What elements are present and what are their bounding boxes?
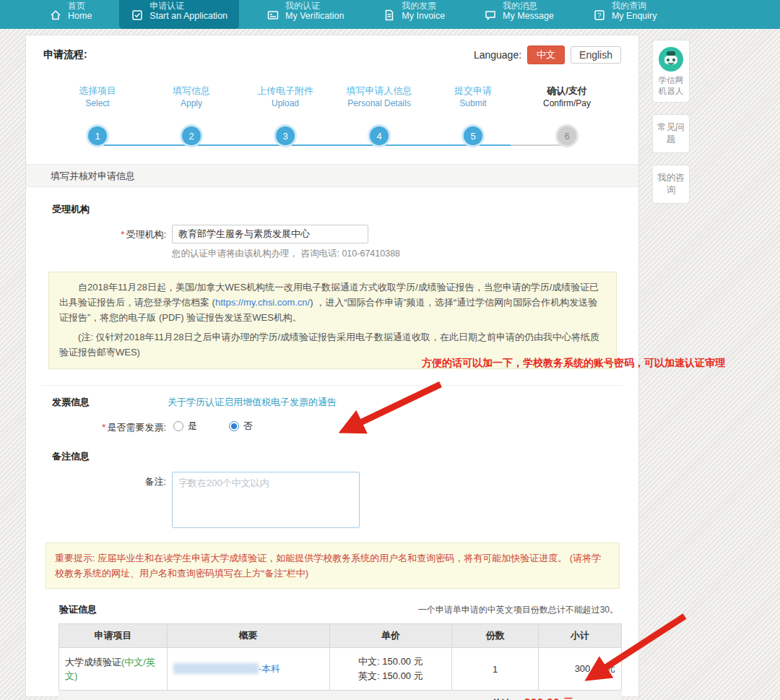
step-label-en: Select xyxy=(85,98,109,109)
nav-item-start-application[interactable]: 申请认证Start an Application xyxy=(119,0,239,29)
language-switcher: Language: 中文 English xyxy=(474,46,621,64)
verify-limit-note: 一个申请单申请的中英文项目份数总计不能超过30。 xyxy=(418,604,618,616)
step-label-en: Personal Details xyxy=(347,98,410,109)
nav-label-en: Start an Application xyxy=(150,11,228,22)
cell-summary: -本科 xyxy=(167,648,329,691)
language-english-button[interactable]: English xyxy=(571,46,621,64)
step-label-zh: 上传电子附件 xyxy=(257,85,313,98)
nav-item-my-verification[interactable]: 我的认证My Verification xyxy=(255,0,355,29)
important-notice: 重要提示: 应届毕业生和在读学生申请大学成绩验证，如能提供学校教务系统的用户名和… xyxy=(46,543,620,589)
top-navigation: 首页Home 申请认证Start an Application 我的认证My V… xyxy=(0,0,780,29)
verify-section-title: 验证信息 xyxy=(59,603,97,616)
remark-textarea[interactable] xyxy=(172,472,360,528)
remark-section-title: 备注信息 xyxy=(52,450,623,463)
flow-title: 申请流程: xyxy=(43,48,87,61)
invoice-option-yes[interactable]: 是 xyxy=(173,420,197,433)
wes-notice-box: 自2018年11月28日起，美国/加拿大WES机构统一改用电子数据通道方式收取学… xyxy=(48,272,617,369)
nav-item-my-message[interactable]: 我的消息My Message xyxy=(472,0,566,29)
step-label-en: Apply xyxy=(181,98,202,109)
step-circle: 1 xyxy=(88,126,107,145)
step-select: 选择项目 Select 1 xyxy=(51,76,144,145)
agency-field-label: *受理机构: xyxy=(42,225,166,241)
step-apply: 填写信息 Apply 2 xyxy=(144,76,238,145)
invoice-option-no[interactable]: 否 xyxy=(229,420,253,433)
robot-label: 学信网机器人 xyxy=(659,76,684,95)
step-label-zh: 确认/支付 xyxy=(547,85,587,98)
nav-item-my-enquiry[interactable]: ? 我的查询My Enquiry xyxy=(581,0,669,29)
enquiry-icon: ? xyxy=(593,9,606,22)
total-label: 总计: xyxy=(492,697,514,700)
nav-label-en: My Invoice xyxy=(402,11,445,22)
redacted-school-name xyxy=(173,663,259,674)
step-label-zh: 填写信息 xyxy=(173,85,210,98)
total-value: 300.00 元 xyxy=(524,696,574,700)
nav-label-zh: 我的消息 xyxy=(503,1,554,11)
nav-label-zh: 我的发票 xyxy=(402,1,445,11)
agency-note: 您的认证申请将由该机构办理， 咨询电话: 010-67410388 xyxy=(172,248,623,260)
invoice-section-title: 发票信息 xyxy=(52,396,168,409)
invoice-question-label: *是否需要发票: xyxy=(42,418,166,434)
step-label-zh: 选择项目 xyxy=(79,85,116,98)
section-header: 填写并核对申请信息 xyxy=(26,164,638,187)
chsi-archive-link[interactable]: https://my.chsi.com.cn/ xyxy=(215,297,310,308)
cell-item: 大学成绩验证(中文/英文) xyxy=(59,648,168,691)
agency-input[interactable] xyxy=(172,225,368,243)
nav-label-en: My Enquiry xyxy=(612,11,657,22)
language-chinese-button[interactable]: 中文 xyxy=(527,46,565,64)
wes-notice-paragraph-2: (注: 仅针对2018年11月28日之后申请办理的学历/成绩验证报告采用电子数据… xyxy=(59,329,606,360)
robot-avatar xyxy=(658,46,684,72)
nav-label-en: My Message xyxy=(503,11,554,22)
language-label: Language: xyxy=(474,49,521,61)
col-header-price: 单价 xyxy=(329,624,452,648)
nav-label-zh: 我的查询 xyxy=(612,1,657,11)
invoice-icon xyxy=(383,9,396,22)
chsi-robot-button[interactable]: 学信网机器人 xyxy=(652,40,690,103)
floating-sidebar: 学信网机器人 常见问题 我的咨询 xyxy=(652,40,690,215)
radio-unselected-icon[interactable] xyxy=(173,421,183,431)
step-label-en: Confirm/Pay xyxy=(543,98,591,109)
message-icon xyxy=(484,9,497,22)
nav-label-zh: 我的认证 xyxy=(285,1,344,11)
radio-selected-icon[interactable] xyxy=(229,421,239,431)
cell-quantity: 1 xyxy=(452,648,539,691)
my-consult-button[interactable]: 我的咨询 xyxy=(652,165,690,204)
summary-link[interactable]: -本科 xyxy=(259,663,280,674)
step-label-en: Submit xyxy=(459,98,486,109)
nav-label-zh: 申请认证 xyxy=(150,1,228,11)
agency-section-title: 受理机构 xyxy=(52,203,623,216)
step-label-en: Upload xyxy=(272,98,299,109)
invoice-notice-link[interactable]: 关于学历认证启用增值税电子发票的通告 xyxy=(168,396,337,409)
svg-text:?: ? xyxy=(597,11,601,19)
step-circle: 4 xyxy=(370,126,389,145)
step-submit: 提交申请 Submit 5 xyxy=(426,76,520,145)
total-row: 总计: 300.00 元 xyxy=(58,691,622,700)
application-stepper: 选择项目 Select 1 填写信息 Apply 2 上传电子附件 Upload… xyxy=(51,76,615,157)
nav-label-en: My Verification xyxy=(285,11,344,22)
step-circle: 6 xyxy=(558,126,576,145)
cell-price: 中文: 150.00 元英文: 150.00 元 xyxy=(329,648,452,691)
step-circle: 3 xyxy=(276,126,295,145)
col-header-item: 申请项目 xyxy=(59,624,168,648)
wes-notice-paragraph-1: 自2018年11月28日起，美国/加拿大WES机构统一改用电子数据通道方式收取学… xyxy=(59,280,606,325)
step-circle: 2 xyxy=(182,126,201,145)
verification-icon xyxy=(266,9,280,22)
table-row: 大学成绩验证(中文/英文) -本科 中文: 150.00 元英文: 150.00… xyxy=(59,648,622,691)
home-icon xyxy=(49,9,62,22)
step-confirm-pay: 确认/支付 Confirm/Pay 6 xyxy=(520,76,614,145)
nav-label-en: Home xyxy=(68,11,92,22)
col-header-subtotal: 小计 xyxy=(539,624,622,648)
annotation-tip-text: 方便的话可以加一下，学校教务系统的账号密码，可以加速认证审理 xyxy=(422,357,725,370)
step-upload: 上传电子附件 Upload 3 xyxy=(238,76,332,145)
nav-item-home[interactable]: 首页Home xyxy=(38,0,103,29)
required-asterisk: * xyxy=(121,229,124,240)
remark-field-label: 备注: xyxy=(42,472,166,488)
step-circle: 5 xyxy=(464,126,482,145)
nav-item-my-invoice[interactable]: 我的发票My Invoice xyxy=(371,0,456,29)
cell-subtotal: 300.00 元 xyxy=(539,648,622,691)
verify-table: 申请项目 概要 单价 份数 小计 大学成绩验证(中文/英文) -本科 中文: 1… xyxy=(58,623,622,691)
nav-label-zh: 首页 xyxy=(68,1,92,11)
invoice-radio-group: 是 否 xyxy=(173,420,253,433)
required-asterisk: * xyxy=(102,422,105,433)
application-icon xyxy=(131,9,144,22)
faq-button[interactable]: 常见问题 xyxy=(652,114,690,153)
